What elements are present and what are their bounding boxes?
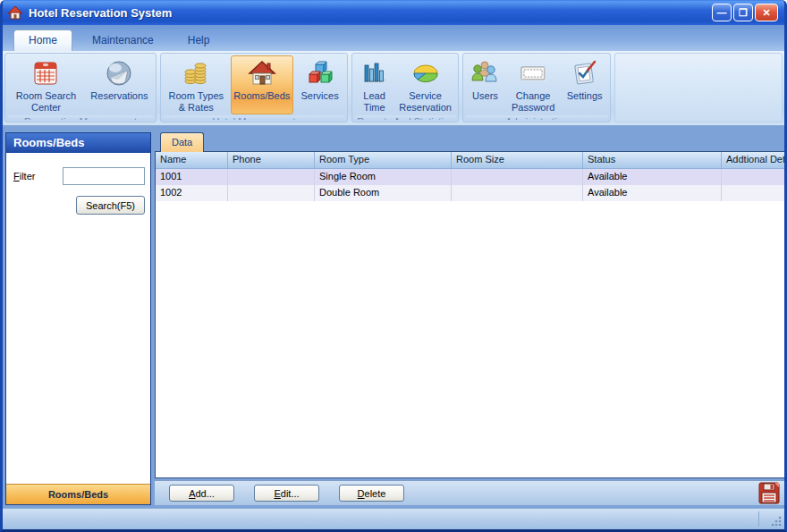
app-window: Hotel Reservation System — ❐ ✕ Home Main… [0, 0, 787, 532]
ribbon-button-label: Service Reservation [396, 90, 454, 114]
bar-chart-icon [360, 58, 390, 89]
settings-icon [570, 58, 600, 89]
add-button[interactable]: Add... [189, 488, 215, 499]
change-password-button[interactable]: Change Password [506, 55, 560, 114]
cubes-icon [305, 58, 335, 89]
edit-button[interactable]: Edit... [274, 488, 299, 499]
ribbon-button-label: Room Search Center [9, 90, 83, 114]
password-field-icon [518, 58, 548, 89]
sidebar-item-rooms-beds[interactable]: Rooms/Beds [6, 484, 150, 504]
cell-status: Available [583, 169, 722, 185]
pie-chart-icon [410, 58, 441, 89]
table-row[interactable]: 1001 Single Room Available [156, 169, 786, 185]
ribbon-button-label: Room Types & Rates [165, 90, 228, 114]
ribbon-group-title: Reports And Statistics [354, 115, 456, 120]
sidebar-title: Rooms/Beds [6, 133, 150, 153]
ribbon-button-label: Users [472, 90, 498, 102]
coins-icon [181, 58, 211, 89]
app-house-icon [7, 5, 23, 20]
minimize-button[interactable]: — [712, 4, 732, 21]
lead-time-button[interactable]: Lead Time [355, 55, 394, 114]
status-divider [758, 511, 759, 527]
filter-input[interactable] [63, 167, 145, 185]
services-button[interactable]: Services [295, 55, 344, 114]
ribbon-group-reservation-management: Room Search Center Reservations [4, 53, 157, 122]
table-row[interactable]: 1002 Double Room Available [156, 185, 786, 201]
column-header-additional-details[interactable]: Addtional Deta [722, 152, 787, 168]
status-bar [3, 508, 784, 529]
ribbon-group-title: Hotel Management [163, 115, 345, 120]
save-floppy-icon[interactable] [758, 482, 780, 504]
rooms-table: Name Phone Room Type Room Size Status Ad… [155, 151, 787, 478]
filter-label: Filter [13, 171, 35, 182]
cell-name: 1002 [156, 185, 228, 201]
ribbon-group-administration: Users Change Password [462, 53, 611, 122]
cell-phone [228, 169, 315, 185]
ribbon-empty-area [614, 53, 783, 122]
tab-data[interactable]: Data [160, 132, 204, 152]
house-icon [247, 58, 277, 89]
column-header-room-size[interactable]: Room Size [452, 152, 583, 168]
column-header-status[interactable]: Status [583, 152, 722, 168]
ribbon: Room Search Center Reservations [3, 51, 784, 126]
service-reservation-button[interactable]: Service Reservation [395, 55, 455, 114]
reservations-button[interactable]: Reservations [86, 55, 153, 114]
resize-grip-icon[interactable] [770, 515, 783, 528]
ribbon-group-hotel-management: Room Types & Rates Rooms/Beds [160, 53, 348, 122]
cell-status: Available [583, 185, 722, 201]
table-header-row: Name Phone Room Type Room Size Status Ad… [156, 152, 786, 169]
ribbon-group-reports-statistics: Lead Time Service Reservation Reports An… [351, 53, 459, 122]
globe-icon [104, 58, 134, 89]
main-panel: Data Name Phone Room Type Room Size Stat… [155, 132, 787, 505]
cell-name: 1001 [156, 169, 228, 185]
ribbon-group-title: Reservation Management [7, 115, 154, 120]
ribbon-button-label: Lead Time [356, 90, 393, 114]
tab-help[interactable]: Help [173, 30, 224, 51]
ribbon-button-label: Services [300, 90, 338, 102]
titlebar: Hotel Reservation System — ❐ ✕ [0, 0, 787, 25]
column-header-room-type[interactable]: Room Type [315, 152, 452, 168]
tab-maintenance[interactable]: Maintenance [78, 30, 168, 51]
window-title: Hotel Reservation System [29, 6, 172, 20]
users-icon [470, 58, 500, 89]
menu-tabstrip: Home Maintenance Help [3, 25, 784, 51]
room-search-center-button[interactable]: Room Search Center [8, 55, 84, 114]
cell-phone [228, 185, 315, 201]
cell-room-size [452, 185, 583, 201]
action-bar: Add... Edit... Delete [155, 480, 787, 505]
close-button[interactable]: ✕ [755, 4, 778, 21]
settings-button[interactable]: Settings [562, 55, 607, 114]
ribbon-button-label: Change Password [507, 90, 559, 114]
sidebar-rooms-beds: Rooms/Beds Filter Search(F5) Rooms/Beds [5, 132, 151, 505]
column-header-name[interactable]: Name [156, 152, 228, 168]
maximize-button[interactable]: ❐ [733, 4, 753, 21]
sidebar-empty-area [6, 215, 150, 484]
calendar-icon [30, 58, 61, 89]
cell-room-size [452, 169, 583, 185]
cell-additional-details [722, 169, 787, 185]
column-header-phone[interactable]: Phone [228, 152, 315, 168]
rooms-beds-button[interactable]: Rooms/Beds [231, 55, 294, 114]
window-controls: — ❐ ✕ [712, 4, 782, 21]
ribbon-group-title: Administration [465, 115, 608, 120]
ribbon-button-label: Settings [567, 90, 603, 102]
delete-button[interactable]: Delete [358, 488, 386, 499]
users-button[interactable]: Users [466, 55, 504, 114]
room-types-rates-button[interactable]: Room Types & Rates [164, 55, 229, 114]
tab-home[interactable]: Home [13, 30, 72, 51]
search-button[interactable]: Search(F5) [76, 196, 145, 215]
cell-room-type: Single Room [315, 169, 452, 185]
ribbon-button-label: Rooms/Beds [233, 90, 290, 102]
cell-room-type: Double Room [315, 185, 452, 201]
cell-additional-details [722, 185, 787, 201]
ribbon-button-label: Reservations [90, 90, 148, 102]
